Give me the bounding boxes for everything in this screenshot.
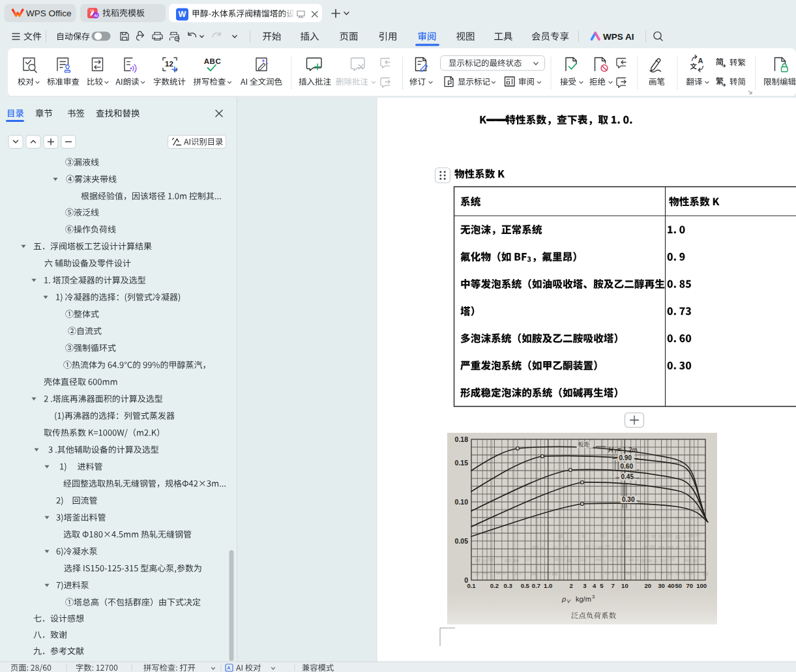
svg-text:0.1: 0.1	[467, 582, 476, 589]
svg-text:2: 2	[569, 582, 572, 589]
svg-text:WPS AI: WPS AI	[603, 32, 634, 42]
svg-text:10: 10	[621, 582, 628, 589]
svg-text:4: 4	[593, 582, 597, 589]
svg-text:A: A	[698, 57, 703, 65]
svg-text:0.18: 0.18	[455, 435, 469, 443]
svg-text:0.5: 0.5	[521, 582, 530, 589]
svg-text:50: 50	[675, 582, 682, 589]
svg-text:30: 30	[658, 582, 665, 589]
svg-text:0.45: 0.45	[621, 473, 634, 480]
svg-text:V: V	[567, 598, 571, 604]
svg-text:0.7: 0.7	[532, 582, 540, 589]
svg-text:0.2: 0.2	[490, 582, 499, 589]
svg-text:3: 3	[592, 594, 595, 600]
svg-text:AI: AI	[94, 14, 98, 18]
svg-text:40: 40	[668, 582, 675, 589]
svg-text:0.60: 0.60	[621, 463, 634, 470]
svg-text:20: 20	[645, 582, 652, 589]
svg-text:12: 12	[165, 60, 173, 68]
svg-text:5: 5	[600, 582, 604, 589]
svg-text:W: W	[179, 10, 186, 19]
svg-text:kg/m: kg/m	[576, 595, 591, 603]
svg-text:3: 3	[583, 582, 586, 589]
svg-text:0.10: 0.10	[455, 498, 469, 506]
svg-text:= 1.2m: = 1.2m	[617, 446, 638, 454]
svg-text:0.90: 0.90	[619, 454, 632, 461]
svg-text:0.15: 0.15	[455, 459, 469, 467]
svg-text:1.0: 1.0	[544, 582, 552, 589]
svg-text:7: 7	[612, 582, 615, 589]
svg-text:0.3: 0.3	[504, 582, 512, 589]
svg-text:100: 100	[696, 582, 707, 589]
svg-text:ρ: ρ	[561, 595, 566, 603]
svg-text:70: 70	[686, 582, 694, 589]
svg-text:0.30: 0.30	[622, 496, 635, 503]
svg-text:H: H	[608, 446, 613, 454]
svg-text:0.05: 0.05	[455, 537, 469, 545]
svg-text:WPS Office: WPS Office	[26, 8, 72, 18]
svg-text:ABC: ABC	[204, 57, 221, 65]
